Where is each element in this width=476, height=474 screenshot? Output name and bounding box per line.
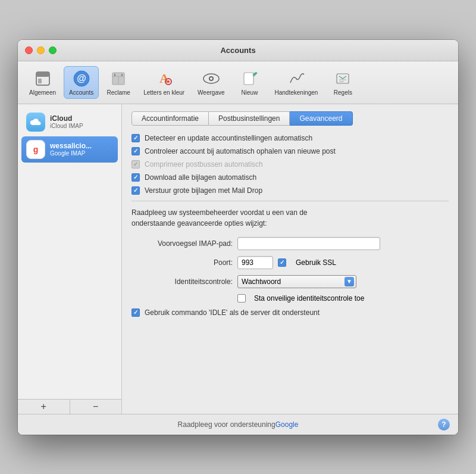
sidebar-item-google[interactable]: g wessalicio... Google IMAP — [21, 136, 118, 163]
settings-area: Detecteer en update accountinstellingen … — [131, 134, 449, 407]
poort-label: Poort: — [131, 258, 233, 267]
identiteit-row: Identiteitscontrole: Wachtwoord MD5 Chal… — [131, 275, 449, 288]
checkbox-comprimeer-label: Comprimeer postbussen automatisch — [145, 160, 263, 169]
content-area: Accountinformatie Postbusinstellingen Ge… — [122, 104, 458, 414]
traffic-lights — [25, 46, 57, 54]
svg-rect-19 — [254, 71, 257, 74]
sidebar-footer: + − — [18, 399, 121, 414]
toolbar-item-regels[interactable]: Regels — [325, 66, 360, 99]
letters-label: Letters en kleur — [143, 89, 184, 96]
svg-rect-1 — [36, 72, 49, 77]
checkbox-controleer[interactable] — [131, 147, 140, 155]
sidebar-items: iCloud iCloud IMAP g wessalicio... Googl… — [18, 104, 121, 399]
regels-icon — [333, 69, 352, 88]
toolbar-item-nieuw[interactable]: Nieuw — [233, 66, 267, 99]
identiteit-label: Identiteitscontrole: — [131, 277, 233, 286]
advisory-text: Raadpleeg uw systeembeheerder voordat u … — [131, 207, 449, 229]
regels-label: Regels — [334, 89, 352, 96]
add-account-button[interactable]: + — [18, 400, 70, 414]
remove-account-button[interactable]: − — [70, 400, 122, 414]
voorvoegsel-label: Voorvoegsel IMAP-pad: — [131, 239, 233, 248]
google-name: wessalicio... — [50, 142, 92, 150]
toolbar-item-weergave[interactable]: Weergave — [192, 66, 230, 99]
ssl-row: Gebruik SSL — [237, 256, 336, 269]
checkbox-comprimeer-row: Comprimeer postbussen automatisch — [131, 160, 449, 169]
toolbar-item-reclame[interactable]: Reclame — [101, 66, 136, 99]
support-text: Raadpleeg voor ondersteuning — [178, 420, 275, 429]
reclame-label: Reclame — [107, 89, 130, 96]
accounts-icon: @ — [72, 69, 91, 88]
poort-input[interactable] — [237, 256, 273, 269]
checkbox-download[interactable] — [131, 173, 140, 182]
voorvoegsel-input[interactable] — [237, 237, 380, 250]
checkbox-download-row: Download alle bijlagen automatisch — [131, 173, 449, 182]
checkbox-comprimeer[interactable] — [131, 160, 140, 169]
google-sub: Google IMAP — [50, 150, 92, 157]
weergave-label: Weergave — [198, 89, 224, 96]
icloud-icon — [26, 113, 45, 132]
poort-row: Poort: Gebruik SSL — [131, 256, 449, 269]
svg-point-15 — [210, 77, 212, 80]
onveilig-row: Sta onveilige identiteitscontrole toe — [131, 294, 449, 303]
nieuw-label: Nieuw — [242, 89, 258, 96]
onveilig-checkbox[interactable] — [237, 294, 246, 303]
checkbox-detecteer[interactable] — [131, 134, 140, 142]
identiteit-select[interactable]: Wachtwoord MD5 Challenge-Response NTLM K… — [237, 275, 356, 288]
support-link[interactable]: Google — [275, 420, 299, 429]
letters-icon: A — [155, 69, 174, 88]
handtekeningen-icon — [287, 69, 306, 88]
idle-checkbox[interactable] — [131, 308, 140, 317]
svg-point-12 — [167, 80, 170, 83]
google-icon: g — [26, 140, 45, 159]
help-button[interactable]: ? — [438, 419, 450, 431]
idle-row: Gebruik commando 'IDLE' als de server di… — [131, 308, 449, 317]
divider-1 — [131, 201, 449, 201]
maximize-button[interactable] — [49, 46, 57, 54]
idle-label: Gebruik commando 'IDLE' als de server di… — [145, 308, 320, 317]
sidebar-item-icloud[interactable]: iCloud iCloud IMAP — [21, 109, 118, 135]
preferences-window: Accounts Algemeen @ Accounts — [18, 40, 458, 435]
checkbox-verstuur[interactable] — [131, 186, 140, 195]
tab-geavanceerd[interactable]: Geavanceerd — [290, 111, 352, 126]
icloud-name: iCloud — [50, 114, 83, 123]
close-button[interactable] — [25, 46, 33, 54]
ssl-label: Gebruik SSL — [296, 258, 336, 267]
main-content: iCloud iCloud IMAP g wessalicio... Googl… — [18, 104, 458, 414]
algemeen-label: Algemeen — [29, 89, 56, 96]
accounts-label: Accounts — [69, 89, 93, 96]
icloud-sub: iCloud IMAP — [50, 123, 83, 129]
window-title: Accounts — [220, 46, 255, 55]
svg-rect-2 — [38, 79, 42, 83]
checkbox-download-label: Download alle bijlagen automatisch — [145, 173, 256, 182]
checkbox-controleer-label: Controleer account bij automatisch ophal… — [145, 147, 336, 155]
titlebar: Accounts — [18, 40, 458, 61]
tab-accountinfo[interactable]: Accountinformatie — [131, 111, 209, 126]
toolbar-item-accounts[interactable]: @ Accounts — [64, 66, 99, 99]
bottom-bar: Raadpleeg voor ondersteuning Google ? — [18, 414, 458, 435]
checkbox-detecteer-label: Detecteer en update accountinstellingen … — [145, 134, 312, 142]
google-text: wessalicio... Google IMAP — [50, 142, 92, 157]
sidebar: iCloud iCloud IMAP g wessalicio... Googl… — [18, 104, 122, 414]
toolbar-item-letters[interactable]: A Letters en kleur — [138, 66, 190, 99]
onveilig-label: Sta onveilige identiteitscontrole toe — [254, 294, 364, 303]
svg-text:@: @ — [77, 73, 86, 83]
nieuw-icon — [240, 69, 259, 88]
toolbar-item-handtekeningen[interactable]: Handtekeningen — [270, 66, 324, 99]
tab-bar: Accountinformatie Postbusinstellingen Ge… — [131, 111, 449, 126]
svg-rect-16 — [244, 73, 253, 85]
icloud-text: iCloud iCloud IMAP — [50, 114, 83, 129]
ssl-checkbox[interactable] — [278, 258, 286, 267]
toolbar-item-algemeen[interactable]: Algemeen — [24, 66, 61, 99]
voorvoegsel-row: Voorvoegsel IMAP-pad: — [131, 237, 449, 250]
toolbar: Algemeen @ Accounts — [18, 61, 458, 104]
checkbox-verstuur-row: Verstuur grote bijlagen met Mail Drop — [131, 186, 449, 195]
svg-text:g: g — [33, 145, 39, 154]
checkbox-controleer-row: Controleer account bij automatisch ophal… — [131, 147, 449, 155]
checkbox-detecteer-row: Detecteer en update accountinstellingen … — [131, 134, 449, 142]
algemeen-icon — [33, 69, 52, 88]
identiteit-select-wrapper: Wachtwoord MD5 Challenge-Response NTLM K… — [237, 275, 356, 288]
checkbox-verstuur-label: Verstuur grote bijlagen met Mail Drop — [145, 186, 262, 195]
handtekeningen-label: Handtekeningen — [275, 89, 318, 96]
minimize-button[interactable] — [37, 46, 45, 54]
tab-postbus[interactable]: Postbusinstellingen — [209, 111, 290, 126]
